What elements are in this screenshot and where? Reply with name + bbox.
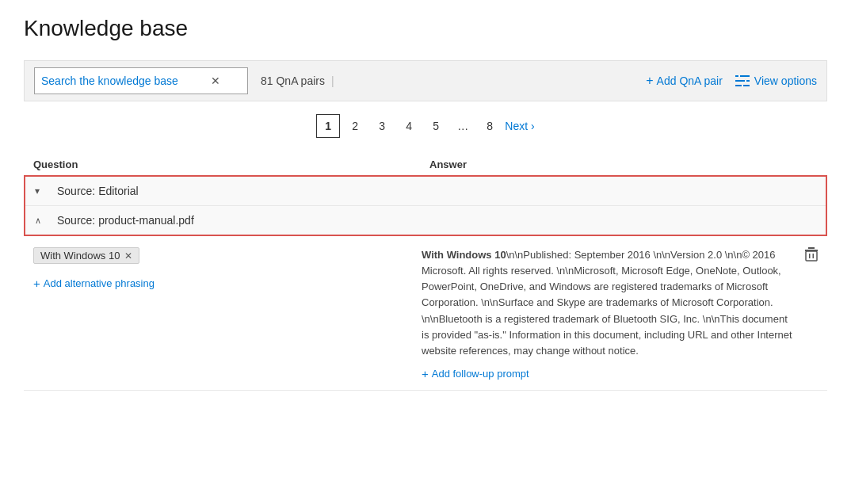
page-btn-3[interactable]: 3 [370, 114, 394, 138]
page-btn-1[interactable]: 1 [316, 114, 340, 138]
view-options-icon [735, 75, 750, 86]
svg-rect-5 [742, 85, 743, 86]
view-options-button[interactable]: View options [735, 74, 817, 87]
add-qna-button[interactable]: + Add QnA pair [646, 74, 723, 88]
next-label: Next [505, 120, 528, 132]
search-clear-icon[interactable]: ✕ [211, 74, 220, 87]
page-btn-2[interactable]: 2 [343, 114, 367, 138]
search-input[interactable] [41, 74, 208, 87]
source-product-manual-label: Source: product-manual.pdf [57, 214, 194, 227]
question-tag-close-icon[interactable]: ✕ [124, 250, 132, 262]
svg-rect-3 [738, 75, 740, 77]
question-tag[interactable]: With Windows 10 ✕ [33, 247, 139, 264]
next-chevron-icon: › [531, 120, 535, 132]
page-btn-4[interactable]: 4 [397, 114, 421, 138]
svg-rect-7 [808, 247, 815, 249]
source-product-chevron: ∧ [35, 216, 51, 226]
qna-row: With Windows 10 ✕ + Add alternative phra… [24, 238, 827, 391]
toolbar-divider: | [331, 74, 334, 87]
add-followup-plus-icon: + [422, 367, 429, 380]
page-container: Knowledge base ✕ 81 QnA pairs | + Add Qn… [0, 0, 851, 504]
add-phrasing-label: Add alternative phrasing [44, 277, 155, 289]
add-alternative-phrasing-button[interactable]: + Add alternative phrasing [33, 277, 155, 290]
source-editorial-row[interactable]: ▾ Source: Editorial [25, 177, 826, 206]
svg-rect-4 [745, 80, 746, 82]
add-phrasing-plus-icon: + [33, 277, 40, 290]
toolbar: ✕ 81 QnA pairs | + Add QnA pair [24, 60, 827, 101]
source-editorial-label: Source: Editorial [57, 185, 139, 197]
table-header: Question Answer [24, 154, 827, 175]
page-btn-5[interactable]: 5 [424, 114, 448, 138]
col-answer-header: Answer [429, 158, 818, 170]
svg-rect-1 [735, 80, 750, 82]
answer-text: With Windows 10\n\nPublished: September … [422, 247, 818, 359]
next-button[interactable]: Next › [505, 120, 534, 132]
page-title: Knowledge base [24, 16, 827, 41]
svg-rect-8 [806, 251, 817, 261]
svg-rect-10 [813, 254, 815, 258]
col-question-header: Question [33, 158, 429, 170]
plus-icon: + [646, 74, 653, 88]
question-tag-text: With Windows 10 [40, 250, 120, 262]
pagination: 1 2 3 4 5 … 8 Next › [24, 111, 827, 141]
delete-qna-icon[interactable] [805, 247, 818, 267]
view-options-label: View options [754, 74, 817, 87]
qna-answer-col: With Windows 10\n\nPublished: September … [422, 247, 818, 380]
page-btn-ellipsis: … [451, 114, 475, 138]
add-followup-button[interactable]: + Add follow-up prompt [422, 367, 529, 380]
add-followup-label: Add follow-up prompt [432, 368, 529, 380]
page-btn-8[interactable]: 8 [478, 114, 502, 138]
add-qna-label: Add QnA pair [657, 74, 723, 87]
svg-rect-9 [809, 254, 811, 258]
source-group: ▾ Source: Editorial ∧ Source: product-ma… [24, 175, 827, 236]
toolbar-actions: + Add QnA pair View options [646, 74, 817, 88]
source-product-manual-row[interactable]: ∧ Source: product-manual.pdf [25, 206, 826, 235]
source-editorial-chevron: ▾ [35, 185, 51, 197]
qna-count: 81 QnA pairs [261, 74, 325, 87]
search-box[interactable]: ✕ [34, 67, 248, 94]
qna-question-col: With Windows 10 ✕ + Add alternative phra… [33, 247, 422, 380]
svg-rect-0 [735, 75, 750, 77]
